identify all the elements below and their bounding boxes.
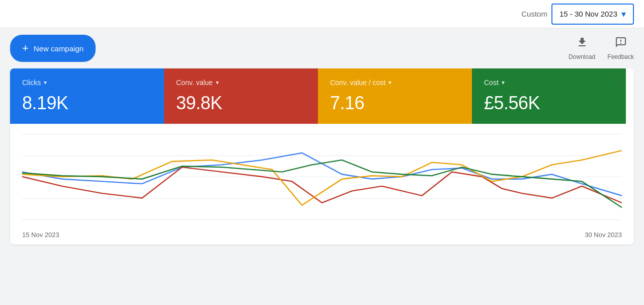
- metric-tile-cost: Cost ▾ £5.56K: [472, 68, 626, 124]
- chart-label-start: 15 Nov 2023: [22, 231, 59, 239]
- metric-value-clicks: 8.19K: [22, 93, 152, 114]
- date-range-button[interactable]: 15 - 30 Nov 2023 ▾: [551, 4, 634, 25]
- chart-label-end: 30 Nov 2023: [585, 231, 622, 239]
- conv-value-dropdown-arrow[interactable]: ▾: [216, 79, 219, 86]
- metric-value-cost: £5.56K: [484, 93, 614, 114]
- feedback-button[interactable]: Feedback: [607, 36, 634, 60]
- metric-value-conv-value-cost: 7.16: [330, 93, 460, 114]
- grid-line-bottom: [22, 219, 622, 220]
- line-cost: [22, 160, 622, 207]
- more-options-button[interactable]: ⋮: [616, 77, 626, 87]
- download-label: Download: [569, 53, 595, 60]
- metric-tile-clicks: Clicks ▾ 8.19K: [10, 68, 164, 124]
- metric-label-conv-value: Conv. value ▾: [176, 79, 306, 87]
- custom-label: Custom: [521, 10, 547, 18]
- new-campaign-button[interactable]: + New campaign: [10, 35, 96, 62]
- chart-area: 15 Nov 2023 30 Nov 2023: [10, 124, 634, 245]
- download-button[interactable]: Download: [569, 36, 595, 60]
- chart-svg: [22, 134, 622, 219]
- download-icon: [576, 36, 588, 51]
- metric-label-clicks: Clicks ▾: [22, 79, 152, 87]
- metric-tile-conv-value-cost: Conv. value / cost ▾ 7.16: [318, 68, 472, 124]
- line-clicks: [22, 153, 622, 196]
- metric-label-cost: Cost ▾: [484, 79, 614, 87]
- metrics-row: Clicks ▾ 8.19K Conv. value ▾ 39.8K Conv.…: [10, 68, 634, 124]
- plus-icon: +: [22, 42, 29, 55]
- chart-labels: 15 Nov 2023 30 Nov 2023: [22, 231, 622, 239]
- metric-label-conv-value-cost: Conv. value / cost ▾: [330, 79, 460, 87]
- chevron-down-icon: ▾: [621, 9, 626, 20]
- main-content: Clicks ▾ 8.19K Conv. value ▾ 39.8K Conv.…: [0, 68, 644, 253]
- action-bar: + New campaign Download Feedback: [0, 28, 644, 68]
- top-bar: Custom 15 - 30 Nov 2023 ▾: [0, 0, 644, 28]
- new-campaign-label: New campaign: [34, 44, 84, 53]
- feedback-icon: [615, 36, 627, 51]
- date-range-text: 15 - 30 Nov 2023: [559, 10, 617, 18]
- metric-tile-conv-value: Conv. value ▾ 39.8K: [164, 68, 318, 124]
- conv-value-cost-dropdown-arrow[interactable]: ▾: [388, 79, 391, 86]
- action-buttons: Download Feedback: [569, 36, 634, 60]
- cost-dropdown-arrow[interactable]: ▾: [502, 79, 505, 86]
- svg-rect-0: [579, 45, 586, 46]
- metrics-card: Clicks ▾ 8.19K Conv. value ▾ 39.8K Conv.…: [10, 68, 634, 245]
- metric-value-conv-value: 39.8K: [176, 93, 306, 114]
- date-selector-group: Custom 15 - 30 Nov 2023 ▾: [521, 4, 634, 25]
- clicks-dropdown-arrow[interactable]: ▾: [44, 79, 47, 86]
- feedback-label: Feedback: [607, 53, 634, 60]
